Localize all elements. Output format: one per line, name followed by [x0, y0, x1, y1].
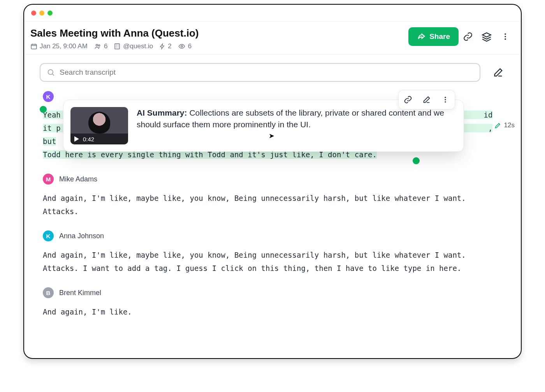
avatar[interactable]: M	[43, 174, 54, 185]
bolt-icon	[159, 43, 165, 50]
transcript-text[interactable]: And again, I'm like, maybe like, you kno…	[43, 248, 505, 275]
app-window: Sales Meeting with Anna (Quest.io) Jan 2…	[23, 4, 522, 359]
edit-transcript-button[interactable]	[491, 65, 505, 79]
svg-point-5	[505, 33, 506, 35]
copy-link-button[interactable]	[459, 27, 477, 46]
svg-point-1	[96, 44, 98, 46]
svg-point-7	[505, 39, 506, 40]
meta-bar: Jan 25, 9:00 AM 6 @quest.io 2 6	[30, 42, 408, 50]
page-header: Sales Meeting with Anna (Quest.io) Jan 2…	[24, 22, 521, 54]
people-icon	[94, 43, 102, 50]
svg-rect-0	[31, 44, 37, 49]
meta-views[interactable]: 6	[178, 42, 192, 50]
moments-count: 2	[168, 42, 171, 50]
highlighter-icon	[494, 121, 502, 129]
transcript-text[interactable]: And again, I'm like, maybe like, you kno…	[43, 192, 505, 218]
svg-rect-3	[115, 44, 120, 49]
avatar[interactable]: K	[43, 230, 54, 241]
speaker-row: M Mike Adams	[43, 174, 505, 185]
close-window-icon[interactable]	[31, 11, 36, 16]
window-titlebar	[24, 5, 521, 22]
search-input[interactable]	[60, 68, 473, 77]
summary-copy-link-button[interactable]	[399, 90, 417, 109]
svg-point-6	[505, 36, 506, 37]
selection-handle-end[interactable]	[413, 157, 420, 164]
date-text: Jan 25, 9:00 AM	[40, 42, 88, 50]
search-icon	[47, 68, 55, 77]
svg-point-10	[445, 99, 446, 100]
summary-edit-button[interactable]	[417, 90, 436, 109]
avatar[interactable]: B	[43, 287, 54, 298]
calendar-icon	[30, 43, 37, 50]
share-button[interactable]: Share	[408, 27, 459, 46]
kebab-icon	[441, 96, 449, 104]
link-icon	[463, 32, 473, 42]
more-menu-button[interactable]	[496, 27, 515, 46]
building-icon	[114, 43, 121, 50]
speaker-name: Mike Adams	[59, 175, 97, 183]
search-input-wrap[interactable]	[40, 63, 480, 82]
speaker-name: Anna Johnson	[59, 232, 104, 240]
layers-icon	[482, 32, 492, 42]
meta-org[interactable]: @quest.io	[114, 42, 153, 50]
meta-people[interactable]: 6	[94, 42, 107, 50]
svg-point-11	[445, 101, 446, 102]
page-title: Sales Meeting with Anna (Quest.io)	[30, 27, 408, 39]
svg-point-2	[98, 45, 100, 46]
summary-action-bar	[398, 90, 455, 109]
share-arrow-icon	[417, 32, 425, 41]
meta-moments[interactable]: 2	[159, 42, 171, 50]
svg-point-4	[181, 46, 183, 47]
link-icon	[404, 95, 412, 104]
highlight-duration-tag[interactable]: 12s	[494, 121, 515, 129]
clip-thumbnail[interactable]: 0:42	[70, 107, 128, 144]
people-count: 6	[104, 42, 107, 50]
maximize-window-icon[interactable]	[47, 11, 53, 16]
org-text: @quest.io	[123, 42, 153, 50]
meta-date[interactable]: Jan 25, 9:00 AM	[30, 42, 88, 50]
compose-icon	[493, 67, 504, 78]
svg-point-8	[48, 70, 53, 74]
views-count: 6	[188, 42, 192, 50]
speaker-face-icon	[88, 112, 110, 134]
kebab-icon	[501, 32, 510, 41]
speaker-row: K Anna Johnson	[43, 230, 505, 241]
eye-icon	[178, 43, 186, 50]
search-row	[24, 54, 521, 85]
avatar[interactable]: K	[43, 91, 54, 102]
play-icon	[74, 136, 79, 142]
share-label: Share	[429, 32, 450, 41]
speaker-row: B Brent Kimmel	[43, 287, 505, 298]
speaker-name: Brent Kimmel	[59, 289, 101, 297]
ai-summary-card: 0:42 AI Summary: Collections are subsets…	[63, 100, 464, 152]
compose-icon	[422, 95, 431, 104]
summary-text-block: AI Summary: Collections are subsets of t…	[137, 107, 457, 144]
layers-button[interactable]	[477, 27, 496, 46]
svg-point-9	[445, 97, 446, 98]
transcript-text[interactable]: And again, I'm like.	[43, 305, 505, 318]
minimize-window-icon[interactable]	[39, 11, 44, 16]
highlight-duration-text: 12s	[504, 121, 515, 129]
summary-label: AI Summary:	[137, 108, 187, 117]
summary-more-button[interactable]	[436, 90, 455, 109]
clip-timestamp: 0:42	[83, 136, 94, 142]
selection-handle-start[interactable]	[40, 106, 47, 113]
mouse-cursor-icon: ➤	[269, 132, 274, 140]
